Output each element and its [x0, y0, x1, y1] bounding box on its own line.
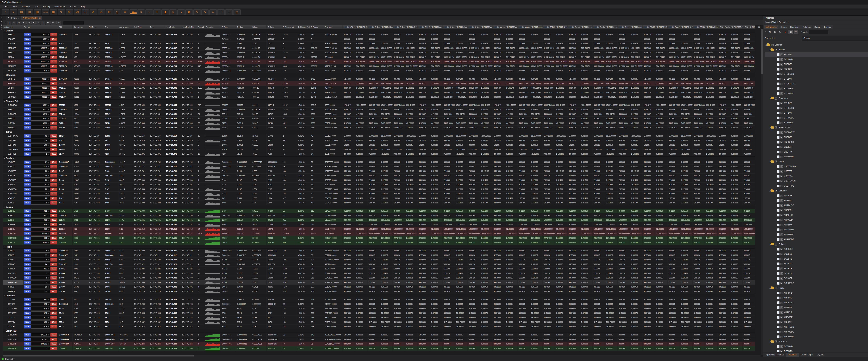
stepper-arrows-icon[interactable]: ▲▼ [48, 34, 50, 36]
tree-item-xrpeur[interactable]: ✓XRPEUR✕ [765, 310, 868, 315]
buy-button[interactable]: BUY [24, 232, 31, 235]
stepper-arrows-icon[interactable]: ▲▼ [48, 166, 50, 168]
quantity-stepper[interactable]: 9▲▼ [31, 272, 50, 275]
expand-arrow-icon[interactable]: ◢ [769, 341, 771, 342]
buy-button[interactable]: BUY [24, 267, 31, 271]
buy-button[interactable]: BUY [24, 139, 31, 142]
tree-item-bnbtry[interactable]: ✓BNBTRY✕ [765, 149, 868, 154]
column-header[interactable]: Ask Time [133, 25, 149, 29]
sell-button[interactable]: SELL [50, 95, 57, 99]
checkbox-checked[interactable]: ✓ [780, 194, 783, 197]
column-header[interactable]: D Change (%) [297, 25, 310, 29]
checkbox-checked[interactable]: ✓ [780, 92, 783, 95]
buy-button[interactable]: BUY [24, 347, 31, 350]
table-row[interactable]: BTCSTBTCBUY0.18▲▼SELL0.00058051.7815:37:… [3, 69, 755, 73]
column-header[interactable]: D Change (pt) [282, 25, 297, 29]
tree-item-adaeth[interactable]: ✓ADAETH✕ [765, 208, 868, 213]
tree-item-dotbtc[interactable]: ✓DOTBTC✕ [765, 349, 868, 352]
stepper-arrows-icon[interactable]: ▲▼ [48, 43, 50, 44]
stepper-arrows-icon[interactable]: ▲▼ [48, 224, 50, 225]
checkbox-checked[interactable]: ✓ [780, 200, 783, 202]
clock-icon[interactable]: ◴ [233, 9, 241, 15]
menu-item-adjustments[interactable]: Adjustments [52, 5, 68, 8]
group-header-ripple[interactable]: ▴Ripple [3, 245, 755, 249]
stepper-arrows-icon[interactable]: ▲▼ [48, 299, 50, 301]
checkbox-checked[interactable]: ✓ [775, 287, 777, 289]
sell-button[interactable]: SELL [50, 165, 57, 169]
stepper-arrows-icon[interactable]: ▲▼ [48, 87, 50, 89]
stepper-arrows-icon[interactable]: ▲▼ [48, 96, 50, 98]
properties-tab-signal[interactable]: Signal [813, 25, 822, 29]
buy-button[interactable]: BUY [24, 298, 31, 301]
checkbox-checked[interactable]: ✓ [780, 204, 783, 207]
tree-item-dotbnb[interactable]: ✓DOTBNB✕ [765, 344, 868, 349]
tree-node-cardano[interactable]: ◢✓Cardano✕ [765, 188, 868, 193]
table-row[interactable]: XRPUSDTBUY9▲▼SELL1.09888122.415:37:40.70… [3, 258, 755, 262]
tree-item-bchbnb[interactable]: ✓BCHBNB✕ [765, 57, 868, 62]
sell-button[interactable]: SELL [50, 223, 57, 227]
tree-item-adagbp[interactable]: ✓ADAGBP✕ [765, 217, 868, 222]
table-row[interactable]: SHIBEURBUY233,101▲▼SELL0.000042899120455… [3, 342, 755, 346]
stepper-arrows-icon[interactable]: ▲▼ [48, 70, 50, 72]
quantity-stepper[interactable]: 0.001▲▼ [31, 37, 50, 41]
tree-node-bitcoin[interactable]: ◢✓Bitcoin✕ [765, 47, 868, 52]
quantity-stepper[interactable]: 0.1▲▼ [31, 183, 50, 187]
quantity-stepper[interactable]: 0.018▲▼ [31, 113, 50, 116]
buy-button[interactable]: BUY [24, 69, 31, 72]
quantity-stepper[interactable]: 19▲▼ [31, 253, 50, 257]
settings-gear-icon[interactable]: ⚙ [66, 9, 73, 15]
quantity-stepper[interactable]: 0.12▲▼ [31, 302, 50, 306]
checkbox-checked[interactable]: ✓ [780, 326, 783, 328]
tree-item-adatusd[interactable]: ✓ADATUSD✕ [765, 227, 868, 232]
checkbox-checked[interactable]: ✓ [780, 63, 783, 65]
tree-item-soleth[interactable]: ✓SOLETH✕ [765, 266, 868, 271]
checkbox-checked[interactable]: ✓ [780, 311, 783, 313]
book-chart-icon[interactable]: ◨ [161, 9, 169, 15]
table-row[interactable]: ETHDAIBUY0.0023▲▼SELL4430.110.022615:37:… [3, 86, 755, 90]
tree-item-ethusdt[interactable]: ✓ETHUSDT✕ [765, 120, 868, 125]
quantity-stepper[interactable]: 0.22▲▼ [31, 316, 50, 320]
table-row[interactable]: BNBUSDTBUY0.018▲▼SELL556.904.18615:37:40… [3, 126, 755, 130]
sell-button[interactable]: SELL [50, 113, 57, 116]
doc-gear-icon[interactable]: ⎘ [169, 9, 177, 15]
table-row[interactable]: DOTEURBUY0.22▲▼SELL45.1195.815:37:40.148… [3, 315, 755, 320]
checkbox-checked[interactable]: ✓ [780, 234, 783, 236]
column-header[interactable]: 1H Bid MA en [505, 25, 518, 29]
bar-chart-icon[interactable]: ▁▅▃ [129, 9, 137, 15]
sell-button[interactable]: SELL [50, 290, 57, 293]
tree-item-bnbbtc[interactable]: ✓BNBBTC✕ [765, 62, 868, 67]
buy-button[interactable]: BUY [24, 33, 31, 36]
column-header[interactable]: 1H Bid Stocha [593, 25, 605, 29]
tree-item-adapax[interactable]: ✓ADAPAX✕ [765, 222, 868, 227]
table-row[interactable]: ADABUSDBUY5.0▲▼SELL2.1074030.015:37:40.6… [3, 191, 755, 196]
tree-item-bccbtc[interactable]: ✓BCCBTC✕ [765, 52, 868, 57]
column-header[interactable]: Sparkline [205, 25, 221, 29]
search-input[interactable] [809, 30, 828, 34]
sell-button[interactable]: SELL [50, 228, 57, 231]
stepper-arrows-icon[interactable]: ▲▼ [48, 339, 50, 340]
table-row[interactable]: USDTGYENBUY0.1▲▼SELL113.05201.415:37:21.… [3, 147, 755, 152]
column-header[interactable]: 1H Bid RSI (14 [555, 25, 568, 29]
quantity-stepper[interactable]: 6▲▼ [31, 249, 50, 252]
checkbox-checked[interactable]: ✓ [780, 282, 783, 284]
sell-button[interactable]: SELL [50, 56, 57, 59]
sell-button[interactable]: SELL [50, 209, 57, 213]
window-gray-icon[interactable]: ❐ [217, 9, 225, 15]
buy-button[interactable]: BUY [24, 249, 31, 252]
stepper-arrows-icon[interactable]: ▲▼ [48, 61, 50, 63]
chip-icon[interactable]: ⊞ [105, 9, 113, 15]
checkbox-checked[interactable]: ✓ [780, 102, 783, 104]
table-row[interactable]: BCCBTCBUY0.001▲▼SELL0.0790810.0790810.07… [3, 37, 755, 41]
quantity-stepper[interactable]: 10▲▼ [31, 285, 50, 289]
checkbox-checked[interactable]: ✓ [775, 190, 777, 192]
quantity-stepper[interactable]: 0.018▲▼ [31, 126, 50, 129]
quantity-stepper[interactable]: 1.8▲▼ [31, 139, 50, 142]
checkbox-checked[interactable]: ✓ [780, 146, 783, 148]
quantity-stepper[interactable]: 0.002▲▼ [31, 122, 50, 125]
stepper-arrows-icon[interactable]: ▲▼ [48, 237, 50, 239]
column-header[interactable]: 1H Bid Bolling [368, 25, 380, 29]
quantity-stepper[interactable]: 0.03▲▼ [31, 214, 50, 217]
checkbox-checked[interactable]: ✓ [780, 214, 783, 216]
table-row[interactable]: BTCDAIBUY0.00017▲▼SELL62042.850.0315:37:… [3, 55, 755, 60]
tree-item-usdtbkrw[interactable]: ✓USDTBKRW✕ [765, 164, 868, 169]
